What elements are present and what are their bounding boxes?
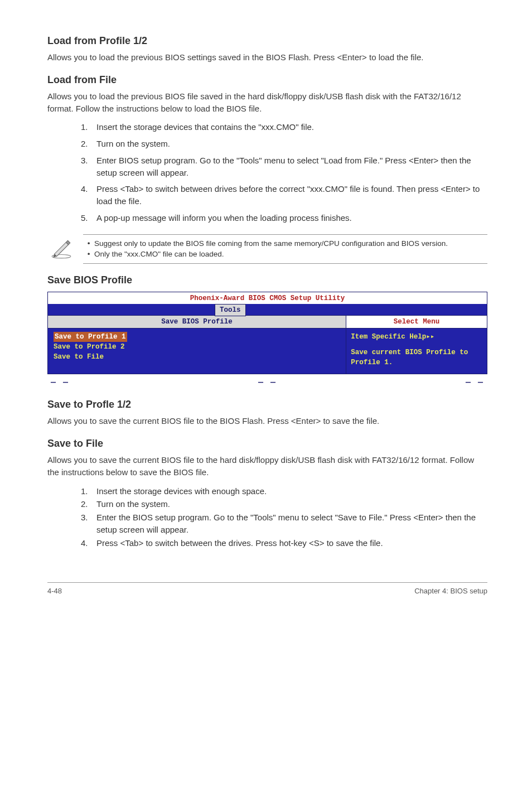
bios-screenshot: Phoenix-Award BIOS CMOS Setup Utility To… bbox=[47, 292, 487, 374]
step-text: A pop-up message will inform you when th… bbox=[96, 212, 487, 224]
step-num: 4. bbox=[81, 537, 96, 549]
bios-menu-item-selected: Save to Profile 1 bbox=[54, 332, 127, 342]
bios-column-header-right: Select Menu bbox=[346, 316, 487, 328]
pencil-note-icon bbox=[47, 234, 73, 263]
step-text: Turn on the system. bbox=[96, 138, 487, 150]
bios-menu-item: Save to Profile 2 bbox=[54, 342, 340, 352]
step-text: Insert the storage devices with enough s… bbox=[96, 485, 487, 497]
step-num: 2. bbox=[81, 138, 96, 150]
bullet-icon: • bbox=[83, 249, 94, 260]
step-num: 4. bbox=[81, 183, 96, 207]
bios-help-title: Item Specific Help▸▸ bbox=[351, 332, 482, 342]
step-num: 5. bbox=[81, 212, 96, 224]
para-save-profile: Allows you to save the current BIOS file… bbox=[47, 415, 487, 427]
bios-truncation-dashes: — —— —— — bbox=[47, 376, 487, 389]
heading-save-bios-profile: Save BIOS Profile bbox=[47, 273, 487, 287]
heading-save-profile: Save to Profle 1/2 bbox=[47, 397, 487, 412]
step-num: 1. bbox=[81, 121, 96, 133]
bios-tab-bar: Tools bbox=[48, 304, 487, 315]
step-num: 3. bbox=[81, 511, 96, 536]
para-load-file: Allows you to load the previous BIOS fil… bbox=[47, 90, 487, 115]
save-file-steps: 1.Insert the storage devices with enough… bbox=[81, 485, 487, 549]
step-text: Press <Tab> to switch between the drives… bbox=[96, 537, 487, 549]
step-text: Press <Tab> to switch between drives bef… bbox=[96, 183, 487, 207]
step-num: 3. bbox=[81, 154, 96, 179]
note-text: Only the "xxx.CMO" file can be loaded. bbox=[94, 249, 487, 260]
bios-menu-item: Save to File bbox=[54, 352, 340, 362]
bios-title: Phoenix-Award BIOS CMOS Setup Utility bbox=[48, 292, 487, 304]
step-num: 2. bbox=[81, 498, 96, 510]
note-block: •Suggest only to update the BIOS file co… bbox=[47, 234, 487, 264]
heading-save-file: Save to File bbox=[47, 436, 487, 451]
step-num: 1. bbox=[81, 485, 96, 497]
step-text: Enter BIOS setup program. Go to the "Too… bbox=[96, 154, 487, 179]
note-text: Suggest only to update the BIOS file com… bbox=[94, 238, 487, 249]
bios-column-header-left: Save BIOS Profile bbox=[48, 316, 346, 328]
note-content: •Suggest only to update the BIOS file co… bbox=[83, 234, 487, 264]
bios-help-text: Save current BIOS Profile to Profile 1. bbox=[351, 347, 482, 368]
chapter-label: Chapter 4: BIOS setup bbox=[414, 586, 487, 597]
para-save-file: Allows you to save the current BIOS file… bbox=[47, 454, 487, 479]
page-footer: 4-48 Chapter 4: BIOS setup bbox=[47, 582, 487, 597]
bullet-icon: • bbox=[83, 238, 94, 249]
step-text: Enter the BIOS setup program. Go to the … bbox=[96, 511, 487, 536]
bios-help-panel: Item Specific Help▸▸ Save current BIOS P… bbox=[346, 328, 487, 373]
para-load-profile: Allows you to load the previous BIOS set… bbox=[47, 51, 487, 64]
page-number: 4-48 bbox=[47, 586, 62, 597]
heading-load-profile: Load from Profile 1/2 bbox=[47, 33, 487, 48]
step-text: Insert the storage devices that contains… bbox=[96, 121, 487, 133]
bios-active-tab: Tools bbox=[215, 304, 246, 316]
step-text: Turn on the system. bbox=[96, 498, 487, 510]
bios-menu-items: Save to Profile 1 Save to Profile 2 Save… bbox=[48, 328, 346, 373]
heading-load-file: Load from File bbox=[47, 73, 487, 87]
load-file-steps: 1.Insert the storage devices that contai… bbox=[81, 121, 487, 224]
